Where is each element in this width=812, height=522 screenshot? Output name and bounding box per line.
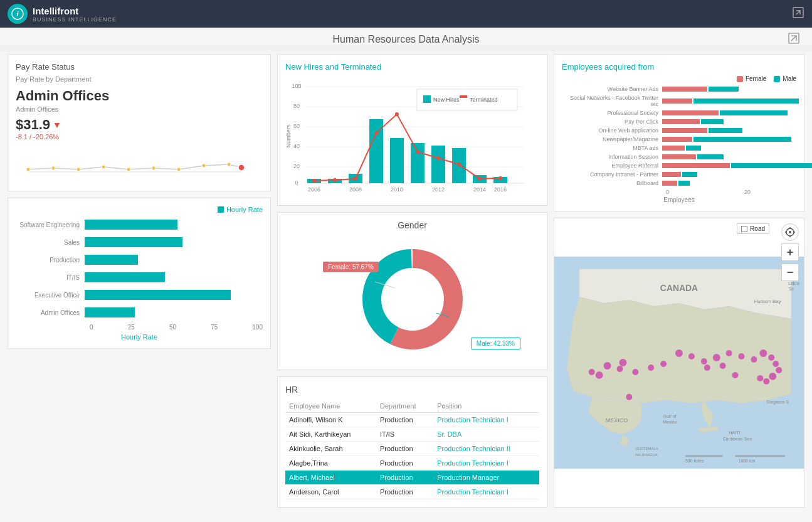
svg-text:Mexico: Mexico — [663, 420, 677, 424]
bar-track — [85, 255, 263, 265]
svg-point-38 — [312, 179, 316, 183]
svg-point-44 — [436, 156, 440, 160]
left-column: Pay Rate Status Pay Rate by Department A… — [8, 54, 271, 508]
hr-table-header: Employee Name Department Position — [285, 400, 539, 413]
bar-fill — [85, 307, 135, 317]
table-row[interactable]: Akinkuolie, Sarah Production Production … — [285, 442, 539, 456]
pay-rate-status-title: Pay Rate Status — [16, 62, 263, 72]
export-header-icon[interactable] — [792, 6, 804, 22]
svg-text:Gulf of: Gulf of — [663, 414, 677, 418]
svg-point-93 — [768, 354, 774, 361]
table-row-highlighted[interactable]: Albert, Michael Production Production Ma… — [285, 471, 539, 485]
export-button[interactable] — [788, 33, 799, 46]
svg-point-81 — [619, 359, 626, 366]
bar-label: Admin Offices — [16, 309, 85, 316]
svg-text:20: 20 — [293, 163, 300, 169]
svg-point-79 — [589, 369, 595, 375]
svg-point-47 — [498, 176, 502, 180]
zoom-out-button[interactable]: − — [781, 264, 799, 281]
col-department: Department — [376, 400, 433, 413]
gender-title: Gender — [285, 220, 539, 230]
location-button[interactable] — [781, 223, 799, 241]
svg-point-78 — [596, 371, 603, 379]
bar-row-software: Software Engineering — [16, 218, 263, 231]
acquired-legend: Female Male — [562, 75, 796, 82]
svg-text:2010: 2010 — [391, 186, 403, 193]
bar-track — [85, 307, 263, 317]
svg-text:1000 km: 1000 km — [739, 459, 756, 463]
logo-icon: i — [8, 4, 28, 24]
pay-rate-by-dept-subtitle: Pay Rate by Department — [16, 75, 263, 83]
acquired-chart: Website Banner Ads Social Networks - Fac… — [562, 86, 796, 203]
svg-point-11 — [177, 168, 181, 171]
bar-chart-legend: Hourly Rate — [16, 206, 263, 213]
right-column: Employees acquired from Female Male Webs… — [554, 54, 804, 508]
svg-point-82 — [632, 369, 638, 375]
female-label: Female: 57.67% — [323, 262, 379, 272]
bar-row-sales: Sales — [16, 236, 263, 248]
svg-point-87 — [701, 358, 707, 365]
table-row[interactable]: Ait Sidi, Karthikeyan IT/IS Sr. DBA — [285, 427, 539, 442]
bar-label: Sales — [16, 239, 85, 246]
svg-point-9 — [127, 168, 130, 171]
svg-rect-103 — [685, 455, 723, 457]
male-legend-icon — [774, 76, 780, 82]
map-svg: CANADA Hudson Bay MEXICO Gulf of Mexico … — [554, 218, 804, 507]
zoom-in-button[interactable]: + — [781, 243, 799, 261]
bar-label: Software Engineering — [16, 221, 85, 228]
svg-point-94 — [772, 361, 779, 367]
svg-point-39 — [333, 178, 337, 182]
svg-text:GUATEMALA: GUATEMALA — [635, 447, 658, 450]
h-bar-row: Billboard — [562, 180, 796, 186]
svg-point-100 — [732, 372, 739, 378]
svg-text:HAITI: HAITI — [729, 430, 741, 435]
svg-point-89 — [726, 350, 732, 356]
svg-rect-57 — [460, 95, 467, 98]
app-header: i Intellifront BUSINESS INTELLIGENCE — [0, 0, 812, 28]
map-container: CANADA Hudson Bay MEXICO Gulf of Mexico … — [554, 218, 804, 507]
table-row[interactable]: Adinolfi, Wilson K Production Production… — [285, 413, 539, 427]
svg-point-88 — [713, 354, 720, 361]
svg-text:0: 0 — [295, 179, 298, 186]
svg-point-96 — [769, 373, 776, 380]
pay-arrow-icon: ▼ — [53, 120, 61, 130]
h-bar-row: Website Banner Ads — [562, 86, 796, 92]
hourly-rate-bar-chart: Software Engineering Sales Production — [16, 218, 263, 331]
svg-point-108 — [789, 231, 791, 233]
svg-point-12 — [202, 164, 206, 168]
bar-fill — [85, 237, 182, 247]
road-checkbox[interactable] — [741, 226, 747, 232]
bar-track — [85, 290, 263, 300]
acquired-x-axis: 0 20 40 — [562, 189, 796, 195]
hr-table: Employee Name Department Position Adinol… — [285, 400, 539, 499]
pay-change: -8.1 / -20.26% — [16, 133, 263, 141]
h-bar-row: MBTA ads — [562, 145, 796, 151]
svg-text:Se: Se — [788, 287, 794, 291]
svg-point-46 — [478, 177, 482, 181]
svg-text:100: 100 — [292, 83, 301, 89]
bar-row-admin: Admin Offices — [16, 306, 263, 319]
acquired-footer: Employees — [562, 196, 796, 203]
h-bar-row: Information Session — [562, 154, 796, 160]
svg-point-41 — [374, 131, 378, 135]
svg-text:2012: 2012 — [432, 186, 445, 193]
new-hires-chart-container: 100 80 60 40 20 0 Numbers — [285, 77, 539, 198]
h-bar-row: Pay Per Click — [562, 119, 796, 125]
bar-track — [85, 220, 263, 230]
table-row[interactable]: Alagbe,Trina Production Production Techn… — [285, 456, 539, 471]
svg-point-5 — [26, 168, 30, 171]
svg-text:Caribbean Sea: Caribbean Sea — [723, 437, 752, 441]
bar-chart-card: Hourly Rate Software Engineering Sales — [8, 198, 271, 349]
road-button[interactable]: Road — [737, 223, 769, 234]
dept-name: Admin Offices — [16, 88, 263, 104]
svg-text:2006: 2006 — [308, 186, 320, 193]
col-employee-name: Employee Name — [285, 400, 376, 413]
dept-sub: Admin Offices — [16, 105, 263, 113]
bar-label: Production — [16, 257, 85, 264]
bar-fill — [85, 290, 231, 300]
table-row[interactable]: Anderson, Carol Production Production Te… — [285, 485, 539, 499]
svg-point-95 — [776, 367, 782, 373]
hr-title: HR — [285, 385, 539, 395]
svg-text:Numbers: Numbers — [285, 124, 292, 147]
svg-point-14 — [238, 164, 245, 171]
